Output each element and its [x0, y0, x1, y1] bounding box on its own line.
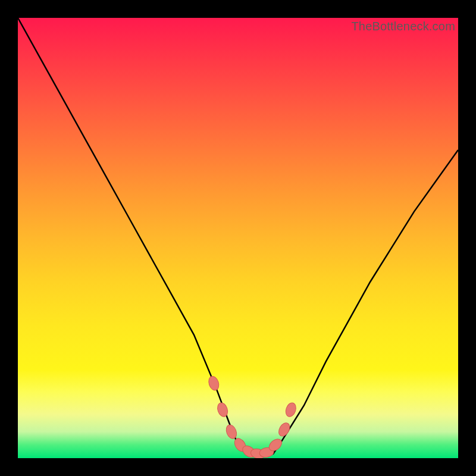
outer-frame: TheBottleneck.com	[0, 0, 476, 476]
curve-marker	[284, 402, 298, 418]
curve-marker	[207, 375, 221, 392]
curve-marker	[216, 402, 230, 418]
curve-marker	[277, 421, 292, 439]
curve-svg	[18, 18, 458, 458]
watermark-text: TheBottleneck.com	[351, 20, 455, 33]
bottleneck-curve-path	[18, 18, 458, 456]
curve-marker	[224, 423, 239, 440]
curve-markers-group	[207, 375, 298, 458]
